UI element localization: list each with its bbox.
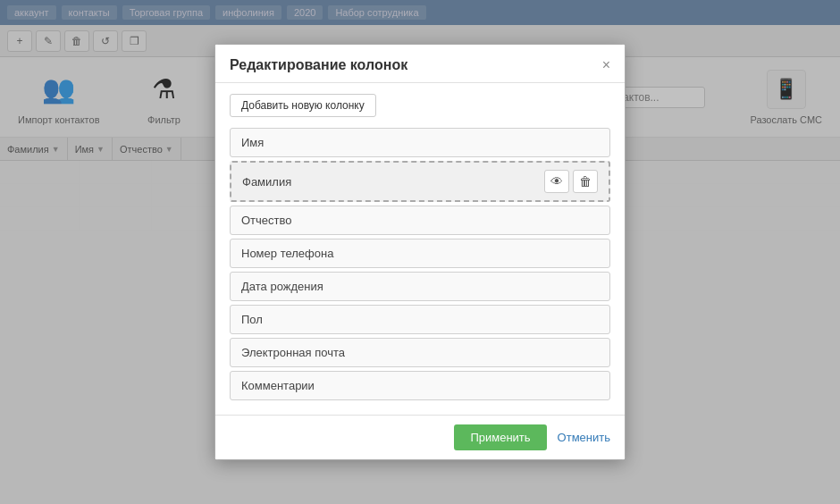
column-item-phone: Номер телефона xyxy=(230,239,610,268)
column-label-email: Электронная почта xyxy=(241,346,599,359)
column-label-phone: Номер телефона xyxy=(241,247,599,260)
dialog-close-button[interactable]: × xyxy=(602,58,610,72)
column-item-birthday: Дата рождения xyxy=(230,272,610,301)
column-item-imya: Имя xyxy=(230,128,610,157)
edit-columns-dialog: Редактирование колонок × Добавить новую … xyxy=(214,44,626,460)
column-item-email: Электронная почта xyxy=(230,338,610,367)
column-label-imya: Имя xyxy=(241,136,599,149)
cancel-button[interactable]: Отменить xyxy=(558,431,610,444)
dialog-title: Редактирование колонок xyxy=(230,57,407,73)
delete-icon: 🗑 xyxy=(579,174,592,189)
column-label-gender: Пол xyxy=(241,313,599,326)
apply-button[interactable]: Применить xyxy=(454,424,546,450)
column-label-birthday: Дата рождения xyxy=(241,280,599,293)
column-item-familiya: Фамилия 👁 🗑 xyxy=(230,161,610,202)
column-item-otchestvo: Отчество xyxy=(230,206,610,235)
column-visibility-button[interactable]: 👁 xyxy=(544,170,569,193)
modal-overlay: Редактирование колонок × Добавить новую … xyxy=(0,0,840,504)
dialog-body: Добавить новую колонку Имя Фамилия 👁 🗑 xyxy=(215,83,625,415)
column-label-familiya: Фамилия xyxy=(242,175,544,189)
add-column-button[interactable]: Добавить новую колонку xyxy=(230,94,376,117)
column-label-comments: Комментарии xyxy=(241,379,599,392)
column-delete-button[interactable]: 🗑 xyxy=(573,170,598,193)
column-label-otchestvo: Отчество xyxy=(241,214,599,227)
dialog-title-bar: Редактирование колонок × xyxy=(215,45,625,83)
column-item-comments: Комментарии xyxy=(230,371,610,400)
eye-icon: 👁 xyxy=(550,174,563,189)
column-item-gender: Пол xyxy=(230,305,610,334)
dialog-footer: Применить Отменить xyxy=(215,415,625,459)
column-actions-familiya: 👁 🗑 xyxy=(544,170,598,193)
